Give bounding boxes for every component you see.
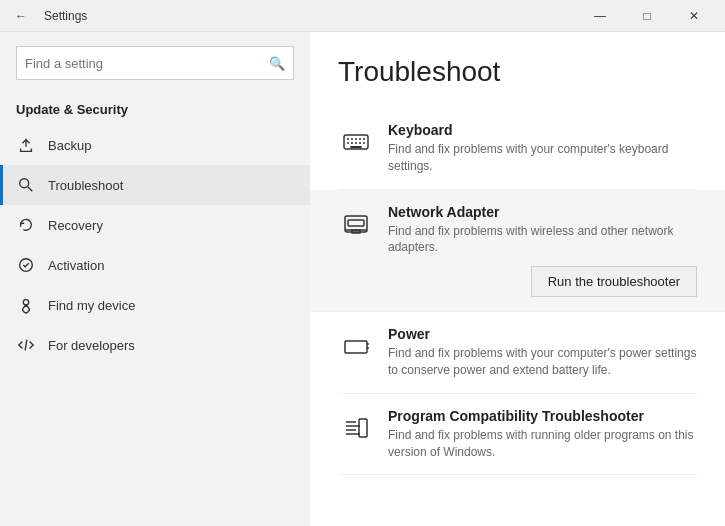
title-bar-controls: — □ ✕ <box>577 0 717 32</box>
backup-icon <box>16 135 36 155</box>
run-troubleshooter-button[interactable]: Run the troubleshooter <box>531 266 697 297</box>
sidebar-item-recovery[interactable]: Recovery <box>0 205 310 245</box>
recovery-label: Recovery <box>48 218 103 233</box>
sidebar-item-find-my-device[interactable]: Find my device <box>0 285 310 325</box>
keyboard-icon-box <box>338 124 374 160</box>
power-name: Power <box>388 326 697 342</box>
power-item: Power Find and fix problems with your co… <box>338 312 697 394</box>
minimize-button[interactable]: — <box>577 0 623 32</box>
power-desc: Find and fix problems with your computer… <box>388 345 697 379</box>
developers-label: For developers <box>48 338 135 353</box>
keyboard-item: Keyboard Find and fix problems with your… <box>338 108 697 190</box>
search-input[interactable] <box>25 56 269 71</box>
power-icon-box <box>338 328 374 364</box>
sidebar-item-backup[interactable]: Backup <box>0 125 310 165</box>
run-btn-container: Run the troubleshooter <box>388 266 697 297</box>
title-bar-nav: ← <box>8 3 34 29</box>
page-title: Troubleshoot <box>338 56 697 88</box>
svg-rect-21 <box>345 341 367 353</box>
activation-label: Activation <box>48 258 104 273</box>
find-device-icon <box>16 295 36 315</box>
keyboard-desc: Find and fix problems with your computer… <box>388 141 697 175</box>
sidebar-item-troubleshoot[interactable]: Troubleshoot <box>0 165 310 205</box>
svg-point-0 <box>20 179 29 188</box>
find-device-label: Find my device <box>48 298 135 313</box>
sidebar-item-activation[interactable]: Activation <box>0 245 310 285</box>
troubleshoot-label: Troubleshoot <box>48 178 123 193</box>
section-title: Update & Security <box>0 102 310 125</box>
content-panel: Troubleshoot <box>310 32 725 526</box>
back-button[interactable]: ← <box>8 3 34 29</box>
troubleshoot-icon <box>16 175 36 195</box>
power-text: Power Find and fix problems with your co… <box>388 326 697 379</box>
title-bar-title: Settings <box>44 9 87 23</box>
sidebar-item-for-developers[interactable]: For developers <box>0 325 310 365</box>
svg-line-1 <box>28 187 33 192</box>
backup-label: Backup <box>48 138 91 153</box>
sidebar: 🔍 Update & Security Backup Troubles <box>0 32 310 526</box>
program-compat-item: Program Compatibility Troubleshooter Fin… <box>338 394 697 476</box>
recovery-icon <box>16 215 36 235</box>
svg-rect-28 <box>359 419 367 437</box>
title-bar-left: ← Settings <box>8 3 87 29</box>
compat-name: Program Compatibility Troubleshooter <box>388 408 697 424</box>
svg-rect-20 <box>348 220 364 226</box>
network-text: Network Adapter Find and fix problems wi… <box>388 204 697 298</box>
network-desc: Find and fix problems with wireless and … <box>388 223 697 257</box>
developers-icon <box>16 335 36 355</box>
svg-line-4 <box>25 340 27 351</box>
network-icon-box <box>338 206 374 242</box>
search-box[interactable]: 🔍 <box>16 46 294 80</box>
compat-desc: Find and fix problems with running older… <box>388 427 697 461</box>
compat-icon-box <box>338 410 374 446</box>
maximize-button[interactable]: □ <box>624 0 670 32</box>
compat-text: Program Compatibility Troubleshooter Fin… <box>388 408 697 461</box>
network-adapter-item: Network Adapter Find and fix problems wi… <box>310 190 725 313</box>
activation-icon <box>16 255 36 275</box>
title-bar: ← Settings — □ ✕ <box>0 0 725 32</box>
close-button[interactable]: ✕ <box>671 0 717 32</box>
keyboard-name: Keyboard <box>388 122 697 138</box>
network-name: Network Adapter <box>388 204 697 220</box>
keyboard-text: Keyboard Find and fix problems with your… <box>388 122 697 175</box>
main-container: 🔍 Update & Security Backup Troubles <box>0 32 725 526</box>
sidebar-header: 🔍 <box>0 32 310 102</box>
search-icon: 🔍 <box>269 56 285 71</box>
